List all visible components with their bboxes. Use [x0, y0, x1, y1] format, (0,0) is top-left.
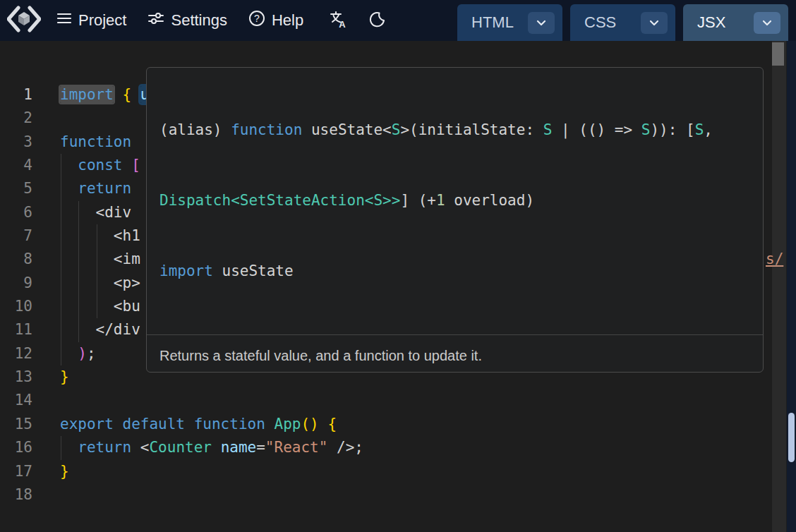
menu-item-label: Settings: [171, 11, 227, 30]
theme-toggle-button[interactable]: [368, 11, 386, 31]
menu-item-label: Help: [272, 11, 303, 30]
panel-tabs: HTML CSS JSX: [457, 4, 788, 41]
tooltip-divider: [147, 334, 763, 335]
translate-button[interactable]: A: [329, 10, 347, 31]
top-bar: Project Settings ? Help A: [0, 0, 796, 41]
line-number: 10: [0, 295, 32, 318]
line-number: 16: [0, 436, 32, 459]
svg-text:?: ?: [254, 13, 260, 24]
chevron-down-icon: [536, 18, 546, 28]
signature-block: (alias) function useState<S>(initialStat…: [159, 68, 752, 330]
line-number: 8: [0, 248, 32, 271]
code-brackets-cube-icon: [7, 4, 41, 37]
line-number: 1: [0, 83, 32, 107]
menu-item-project[interactable]: Project: [56, 11, 126, 30]
app-logo[interactable]: [7, 5, 41, 36]
signature-line: (alias) function useState<S>(initialStat…: [159, 119, 752, 142]
sliders-icon: [147, 10, 164, 31]
code-line[interactable]: export default function App() {: [60, 413, 363, 436]
page-scrollbar-thumb[interactable]: [788, 413, 795, 462]
line-number: 11: [0, 318, 32, 341]
line-number: 2: [0, 107, 32, 130]
hover-tooltip: (alias) function useState<S>(initialStat…: [146, 67, 764, 373]
line-number: 18: [0, 483, 32, 507]
hover-description: Returns a stateful value, and a function…: [159, 347, 752, 364]
chevron-down-icon: [762, 18, 772, 28]
line-number: 3: [0, 131, 32, 154]
help-icon: ?: [248, 10, 265, 31]
editor-scrollbar[interactable]: [772, 41, 786, 532]
code-line[interactable]: [60, 389, 363, 412]
tab-label: JSX: [697, 13, 725, 32]
chevron-down-icon: [649, 18, 659, 28]
tab-label: HTML: [471, 13, 514, 32]
line-number: 12: [0, 342, 32, 365]
line-number: 15: [0, 413, 32, 436]
line-number: 6: [0, 201, 32, 224]
line-number: 13: [0, 365, 32, 389]
tab-html-menu-button[interactable]: [528, 12, 555, 34]
tab-html[interactable]: HTML: [457, 4, 562, 41]
menu-item-settings[interactable]: Settings: [147, 10, 227, 31]
editor-scrollbar-thumb[interactable]: [772, 42, 784, 66]
line-number: 14: [0, 389, 32, 412]
tab-label: CSS: [584, 13, 616, 32]
tab-css[interactable]: CSS: [570, 4, 675, 41]
menu-item-label: Project: [78, 11, 126, 30]
line-number-gutter: 123456789101112131415161718: [0, 83, 32, 507]
tab-css-menu-button[interactable]: [641, 12, 668, 34]
import-line: import useState: [159, 260, 752, 283]
page-scrollbar[interactable]: [787, 41, 796, 532]
code-line[interactable]: }: [60, 460, 363, 483]
line-number: 17: [0, 460, 32, 483]
signature-line: Dispatch<SetStateAction<S>>] (+1 overloa…: [159, 189, 752, 212]
svg-text:A: A: [339, 19, 346, 28]
line-number: 9: [0, 272, 32, 295]
tab-jsx[interactable]: JSX: [683, 4, 788, 41]
line-number: 4: [0, 154, 32, 177]
code-line[interactable]: [60, 483, 363, 507]
code-line[interactable]: return <Counter name="React" />;: [60, 436, 363, 459]
menu-item-help[interactable]: ? Help: [248, 10, 303, 31]
moon-icon: [368, 11, 386, 31]
line-number: 7: [0, 224, 32, 248]
menu-icon: [56, 11, 72, 30]
tab-jsx-menu-button[interactable]: [754, 12, 780, 34]
line-number: 5: [0, 177, 32, 200]
translate-icon: A: [329, 10, 347, 31]
